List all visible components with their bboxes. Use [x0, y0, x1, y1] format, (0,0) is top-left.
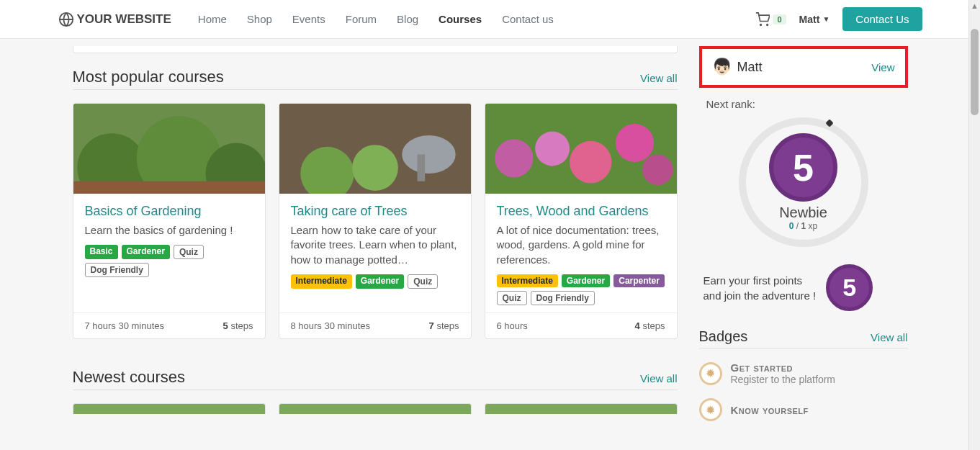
- tag[interactable]: Intermediate: [497, 274, 558, 287]
- popular-title: Most popular courses: [73, 68, 224, 86]
- svg-point-18: [615, 124, 653, 162]
- course-desc: Learn the basics of gardening !: [85, 223, 253, 238]
- main-content: Most popular courses View all Basics of …: [73, 46, 678, 434]
- course-duration: 6 hours: [497, 320, 528, 331]
- tag[interactable]: Gardener: [356, 274, 404, 289]
- popular-cards: Basics of GardeningLearn the basics of g…: [73, 103, 678, 339]
- badge-item[interactable]: ✹Get startedRegister to the platform: [699, 361, 908, 385]
- course-footer: 6 hours4 steps: [485, 312, 677, 338]
- popular-view-all[interactable]: View all: [640, 72, 677, 84]
- badges-section-head: Badges View all: [699, 328, 908, 348]
- tag[interactable]: Intermediate: [291, 274, 352, 289]
- svg-point-1: [760, 24, 762, 25]
- svg-point-16: [535, 132, 570, 166]
- brand-text: YOUR WEBSITE: [77, 12, 171, 27]
- scroll-up-icon[interactable]: ▲: [969, 1, 980, 10]
- course-thumb: [279, 104, 471, 194]
- contact-us-button[interactable]: Contact Us: [842, 7, 922, 31]
- course-title[interactable]: Trees, Wood and Gardens: [497, 204, 665, 219]
- rank-xp: 0 / 1 xp: [789, 221, 817, 231]
- svg-point-2: [767, 24, 768, 25]
- course-card[interactable]: Trees, Wood and GardensA lot of nice doc…: [485, 103, 678, 339]
- earn-points-row: Earn your first points and join the adve…: [699, 264, 908, 311]
- course-card-thumb[interactable]: [73, 403, 266, 414]
- svg-point-11: [352, 145, 398, 191]
- newest-title: Newest courses: [73, 368, 186, 387]
- earn-line-1: Earn your first points: [703, 273, 817, 288]
- newest-view-all[interactable]: View all: [640, 372, 677, 384]
- card-fragment: [73, 46, 678, 53]
- newest-section-head: Newest courses View all: [73, 368, 678, 390]
- nav-link-events[interactable]: Events: [284, 7, 334, 31]
- sidebar: 👦🏻 Matt View Next rank: 5 Newbie 0 / 1 x…: [699, 46, 908, 434]
- profile-box-highlighted: 👦🏻 Matt View: [699, 46, 908, 88]
- course-footer: 8 hours 30 minutes7 steps: [279, 312, 471, 338]
- course-title[interactable]: Basics of Gardening: [85, 204, 253, 219]
- course-card-thumb[interactable]: [279, 403, 472, 414]
- course-duration: 8 hours 30 minutes: [291, 320, 371, 331]
- globe-icon: [58, 12, 74, 27]
- badge-item[interactable]: ✹Know yourself: [699, 398, 908, 421]
- nav-link-contact-us[interactable]: Contact us: [493, 7, 562, 31]
- course-duration: 7 hours 30 minutes: [85, 320, 165, 331]
- course-thumb: [73, 104, 265, 194]
- brand[interactable]: YOUR WEBSITE: [58, 12, 171, 27]
- rank-name: Newbie: [779, 204, 827, 221]
- tag[interactable]: Carpenter: [613, 274, 665, 287]
- scrollbar[interactable]: ▲: [968, 0, 980, 450]
- profile-view-link[interactable]: View: [871, 61, 894, 73]
- rank-progress-ring: 5 Newbie 0 / 1 xp: [739, 117, 868, 247]
- tag[interactable]: Dog Friendly: [85, 263, 149, 277]
- nav-link-blog[interactable]: Blog: [388, 7, 427, 31]
- course-tags: IntermediateGardenerCarpenterQuizDog Fri…: [497, 274, 665, 305]
- badge-seal-icon: ✹: [699, 398, 722, 421]
- nav-link-forum[interactable]: Forum: [337, 7, 385, 31]
- course-steps: 5 steps: [223, 320, 253, 331]
- nav-link-shop[interactable]: Shop: [238, 7, 281, 31]
- course-title[interactable]: Taking care of Trees: [291, 204, 459, 219]
- caret-down-icon: ▼: [822, 15, 830, 23]
- badge-name: Get started: [731, 361, 836, 374]
- rank-badge-small-icon: 5: [826, 264, 873, 311]
- badges-view-all[interactable]: View all: [871, 331, 907, 343]
- course-tags: BasicGardenerQuizDog Friendly: [85, 245, 253, 277]
- rank-badge-icon: 5: [769, 133, 837, 202]
- top-navbar: YOUR WEBSITE HomeShopEventsForumBlogCour…: [0, 0, 980, 39]
- scrollbar-thumb[interactable]: [971, 29, 979, 115]
- tag[interactable]: Gardener: [562, 274, 610, 287]
- tag[interactable]: Dog Friendly: [531, 291, 595, 305]
- badge-name: Know yourself: [731, 404, 809, 416]
- tag[interactable]: Quiz: [408, 274, 438, 289]
- newest-cards: [73, 403, 678, 414]
- nav-link-home[interactable]: Home: [189, 7, 235, 31]
- course-desc: A lot of nice documentation: trees, wood…: [497, 223, 665, 267]
- course-card-thumb[interactable]: [485, 403, 678, 414]
- tag[interactable]: Quiz: [497, 291, 527, 305]
- course-card[interactable]: Basics of GardeningLearn the basics of g…: [73, 103, 266, 339]
- user-menu[interactable]: Matt ▼: [799, 14, 830, 25]
- cart-icon: [755, 12, 770, 27]
- badges-title: Badges: [699, 328, 748, 345]
- tag[interactable]: Basic: [85, 245, 118, 259]
- course-footer: 7 hours 30 minutes5 steps: [73, 312, 265, 338]
- badge-seal-icon: ✹: [699, 362, 722, 385]
- cart-button[interactable]: 0: [755, 12, 786, 27]
- svg-point-12: [402, 135, 455, 174]
- course-desc: Learn how to take care of your favorite …: [291, 223, 459, 267]
- cart-count: 0: [773, 14, 786, 24]
- profile-name: Matt: [737, 60, 763, 75]
- earn-line-2: and join the adventure !: [703, 288, 817, 303]
- course-steps: 4 steps: [635, 320, 665, 331]
- course-steps: 7 steps: [429, 320, 459, 331]
- svg-rect-7: [73, 181, 265, 194]
- avatar-icon: 👦🏻: [712, 58, 732, 76]
- course-tags: IntermediateGardenerQuiz: [291, 274, 459, 289]
- tag[interactable]: Quiz: [174, 245, 204, 259]
- svg-point-15: [495, 139, 533, 177]
- nav-link-courses[interactable]: Courses: [430, 7, 490, 31]
- course-card[interactable]: Taking care of TreesLearn how to take ca…: [279, 103, 472, 339]
- next-rank-label: Next rank:: [699, 98, 908, 110]
- user-name: Matt: [799, 14, 820, 25]
- tag[interactable]: Gardener: [122, 245, 170, 259]
- svg-point-17: [570, 141, 612, 184]
